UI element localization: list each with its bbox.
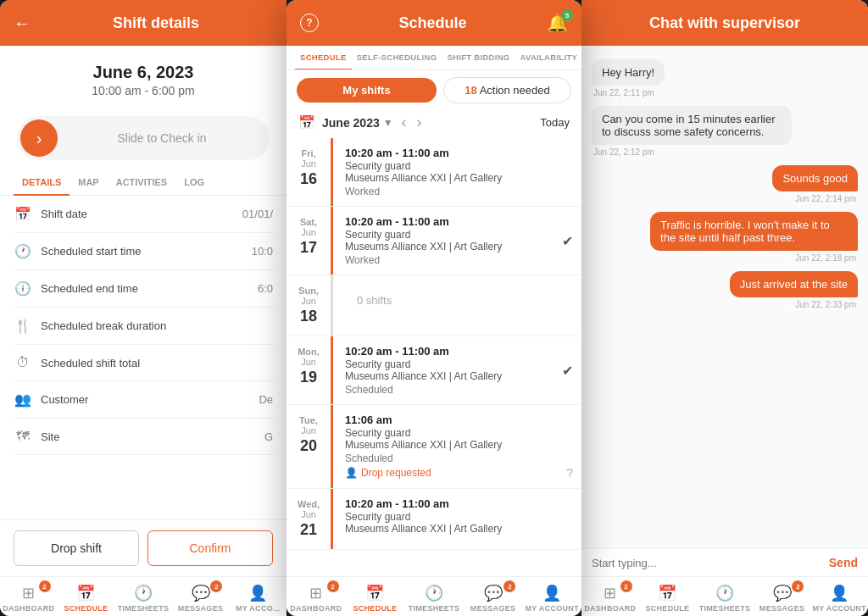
clock2-icon: 🕕 <box>14 280 32 297</box>
drop-shift-button[interactable]: Drop shift <box>14 530 139 566</box>
tab-map[interactable]: MAP <box>70 170 107 196</box>
next-month-button[interactable]: › <box>415 114 424 131</box>
sched-nav-dashboard[interactable]: ⊞ 2 DASHBOARD <box>287 582 346 614</box>
chat-messages-label: MESSAGES <box>760 604 804 613</box>
day-month-mon: Jun <box>293 357 324 367</box>
month-text: June 2023 <box>322 116 380 130</box>
timesheets-icon: 🕐 <box>134 584 153 602</box>
break-row: 🍴 Scheduled break duration <box>14 308 273 345</box>
confirm-button[interactable]: Confirm <box>147 530 273 566</box>
chat-input-row: Send <box>581 548 868 576</box>
slide-button[interactable]: › <box>20 119 58 157</box>
chat-schedule-label: SCHEDULE <box>645 604 689 613</box>
chat-nav-messages[interactable]: 💬 2 MESSAGES <box>754 582 811 614</box>
site-row: 🗺 Site G <box>14 419 273 455</box>
sched-nav-schedule[interactable]: 📅 SCHEDULE <box>346 582 405 614</box>
nav-messages[interactable]: 💬 2 MESSAGES <box>172 582 230 614</box>
day-num-mon: 19 <box>293 369 324 386</box>
customer-row: 👥 Customer De <box>14 381 273 419</box>
day-name-mon: Mon, <box>293 347 324 357</box>
day-month-sat: Jun <box>293 227 324 237</box>
nav-dashboard[interactable]: ⊞ 2 DASHBOARD <box>0 582 58 614</box>
shift-location-wed: Museums Alliance XXI | Art Gallery <box>345 523 573 535</box>
notification-button[interactable]: 🔔 5 <box>547 13 568 33</box>
today-button[interactable]: Today <box>540 116 570 129</box>
day-name-tue: Tue, <box>293 415 324 425</box>
chat-nav-dashboard[interactable]: ⊞ 2 DASHBOARD <box>581 582 639 614</box>
chat-timesheets-label: TIMESHEETS <box>699 604 751 613</box>
day-content-tue[interactable]: 11:06 am Security guard Museums Alliance… <box>331 405 581 488</box>
day-content-wed[interactable]: 10:20 am - 11:00 am Security guard Museu… <box>331 489 581 549</box>
tab-details[interactable]: DETAILS <box>14 170 70 196</box>
messages-label: MESSAGES <box>178 604 223 613</box>
tab-self-scheduling[interactable]: SELF-SCHEDULING <box>352 46 442 70</box>
sched-timesheets-label: TIMESHEETS <box>409 604 460 613</box>
action-count: 18 <box>465 84 476 97</box>
day-content-sat[interactable]: 10:20 am - 11:00 am Security guard Museu… <box>331 207 581 275</box>
day-content-mon[interactable]: 10:20 am - 11:00 am Security guard Museu… <box>331 336 581 404</box>
schedule-tabs: SCHEDULE SELF-SCHEDULING SHIFT BIDDING A… <box>287 46 581 70</box>
help-button[interactable]: ? <box>300 14 319 32</box>
schedule-bottom-nav: ⊞ 2 DASHBOARD 📅 SCHEDULE 🕐 TIMESHEETS 💬 … <box>287 576 581 616</box>
slide-check-in[interactable]: › Slide to Check in <box>17 116 270 160</box>
shift-time-mon: 10:20 am - 11:00 am <box>345 345 573 358</box>
tab-activities[interactable]: ACTIVITIES <box>108 170 176 196</box>
back-button[interactable]: ← <box>14 14 31 33</box>
day-label-fri: Fri, Jun 16 <box>287 138 331 206</box>
customer-icon: 👥 <box>14 391 32 408</box>
end-time-row: 🕕 Scheduled end time 6:0 <box>14 270 273 308</box>
chat-dashboard-icon: ⊞ <box>604 584 616 602</box>
check-icon-mon: ✔ <box>562 363 573 379</box>
drop-icon: 👤 <box>345 467 358 479</box>
site-label: Site <box>41 430 256 443</box>
month-nav: 📅 June 2023 ▼ ‹ › Today <box>287 110 581 138</box>
chat-input[interactable] <box>592 557 822 569</box>
detail-tabs: DETAILS MAP ACTIVITIES LOG <box>0 170 287 196</box>
customer-label: Customer <box>41 393 250 406</box>
shift-date-row: 📅 Shift date 01/01/ <box>14 196 273 233</box>
dashboard-label: DASHBOARD <box>3 604 54 613</box>
day-label-tue: Tue, Jun 20 <box>287 405 331 488</box>
sched-nav-timesheets[interactable]: 🕐 TIMESHEETS <box>404 582 464 614</box>
sched-nav-messages[interactable]: 💬 2 MESSAGES <box>464 582 523 614</box>
myaccount-label: MY ACCO... <box>236 604 281 613</box>
shift-location-fri: Museums Alliance XXI | Art Gallery <box>345 172 573 184</box>
start-time-value: 10:0 <box>252 245 273 258</box>
drop-help-icon[interactable]: ? <box>566 466 573 480</box>
tab-log[interactable]: LOG <box>175 170 213 196</box>
nav-timesheets[interactable]: 🕐 TIMESHEETS <box>114 582 172 614</box>
tab-shift-bidding[interactable]: SHIFT BIDDING <box>442 46 515 70</box>
month-selector[interactable]: June 2023 ▼ <box>322 116 393 130</box>
day-content-fri[interactable]: 10:20 am - 11:00 am Security guard Museu… <box>331 138 581 206</box>
my-shifts-filter[interactable]: My shifts <box>297 78 437 103</box>
nav-schedule[interactable]: 📅 SCHEDULE <box>58 582 115 614</box>
sched-nav-myaccount[interactable]: 👤 MY ACCOUNT <box>522 582 581 614</box>
tab-availability[interactable]: AVAILABILITY <box>515 46 582 70</box>
site-icon: 🗺 <box>14 429 32 444</box>
schedule-day-mon: Mon, Jun 19 10:20 am - 11:00 am Security… <box>287 336 581 405</box>
dropdown-icon: ▼ <box>383 117 393 129</box>
day-label-mon: Mon, Jun 19 <box>287 336 331 404</box>
nav-myaccount[interactable]: 👤 MY ACCO... <box>229 582 287 614</box>
chat-nav-schedule[interactable]: 📅 SCHEDULE <box>639 582 697 614</box>
zero-shifts-sun: 0 shifts <box>345 284 573 317</box>
chat-nav-myaccount[interactable]: 👤 MY ACCOUNT <box>810 582 868 614</box>
calendar-icon: 📅 <box>298 114 315 130</box>
shift-time-wed: 10:20 am - 11:00 am <box>345 497 573 510</box>
day-name-sun: Sun, <box>293 286 324 296</box>
chat-nav-timesheets[interactable]: 🕐 TIMESHEETS <box>696 582 754 614</box>
prev-month-button[interactable]: ‹ <box>400 114 409 131</box>
shift-date-value: 01/01/ <box>242 208 273 220</box>
shift-status-tue: Scheduled <box>345 452 573 464</box>
sched-myaccount-label: MY ACCOUNT <box>525 604 579 613</box>
msg-3: Sounds good ✓ Jun 22, 2:14 pm <box>772 165 858 203</box>
send-button[interactable]: Send <box>829 556 858 569</box>
msg-5: Just arrived at the site ✓ Jun 22, 2:33 … <box>730 271 858 309</box>
tab-schedule[interactable]: SCHEDULE <box>295 46 352 70</box>
action-needed-filter[interactable]: 18 Action needed <box>443 77 571 103</box>
sched-myaccount-icon: 👤 <box>542 584 561 602</box>
shift-role-wed: Security guard <box>345 511 573 523</box>
day-name-sat: Sat, <box>293 217 324 227</box>
schedule-icon: 📅 <box>76 584 95 602</box>
chat-myaccount-label: MY ACCOUNT <box>812 604 866 613</box>
